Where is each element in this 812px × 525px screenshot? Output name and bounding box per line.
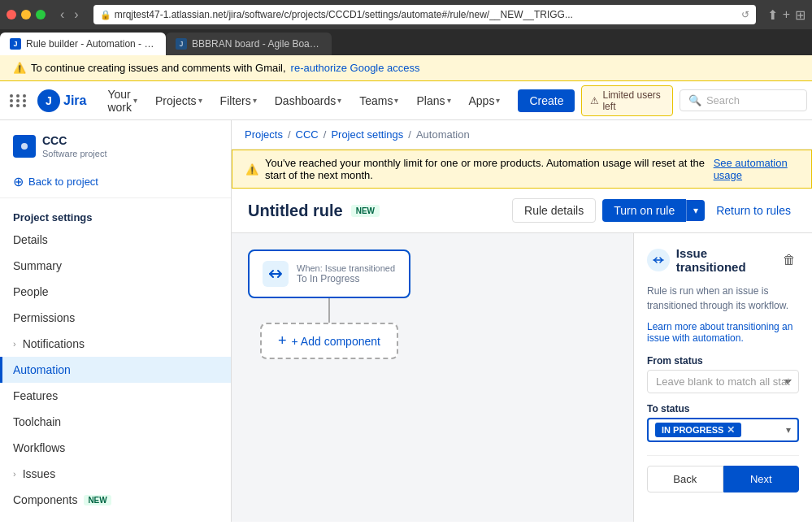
content-area: Projects / CCC / Project settings / Auto…	[232, 120, 812, 522]
nav-teams[interactable]: Teams ▾	[351, 83, 406, 119]
new-tab-icon[interactable]: +	[783, 7, 790, 22]
breadcrumb: Projects / CCC / Project settings / Auto…	[232, 120, 812, 150]
panel-footer: Back Next	[647, 455, 799, 492]
nav-dashboards[interactable]: Dashboards ▾	[267, 83, 350, 119]
remove-status-tag[interactable]: ✕	[727, 424, 735, 436]
add-component-button[interactable]: + + Add component	[260, 323, 398, 359]
chevron-down-icon: ▾	[496, 96, 500, 105]
sidebar-item-summary[interactable]: Summary	[0, 253, 231, 279]
search-box[interactable]: 🔍 Search	[680, 89, 807, 111]
breadcrumb-projects[interactable]: Projects	[245, 128, 283, 141]
breadcrumb-ccc[interactable]: CCC	[296, 128, 319, 141]
forward-nav-button[interactable]: ›	[71, 7, 81, 22]
breadcrumb-project-settings[interactable]: Project settings	[331, 128, 403, 141]
return-to-rules-button[interactable]: Return to rules	[711, 199, 796, 222]
close-btn[interactable]	[7, 10, 16, 20]
sidebar-icon[interactable]: ⊞	[795, 7, 805, 23]
nav-filters[interactable]: Filters ▾	[212, 83, 265, 119]
limit-banner: ⚠️ You've reached your monthly limit for…	[232, 150, 812, 189]
limit-banner-text: You've reached your monthly limit for on…	[265, 157, 707, 181]
plus-circle-icon: ⊕	[13, 174, 24, 189]
nav-projects[interactable]: Projects ▾	[147, 83, 211, 119]
turn-on-rule-button[interactable]: Turn on rule	[602, 199, 686, 222]
dot	[23, 94, 26, 98]
tab-bbbran-label: BBBRAN board - Agile Board - Jira	[192, 38, 322, 50]
rule-title[interactable]: Untitled rule	[248, 202, 343, 220]
panel-learn-more-link[interactable]: Learn more about transitioning an issue …	[647, 321, 799, 344]
breadcrumb-sep3: /	[408, 128, 411, 141]
sidebar-item-workflows[interactable]: Workflows	[0, 435, 231, 461]
sidebar-item-automation[interactable]: Automation	[0, 357, 231, 383]
turn-on-rule-group: Turn on rule ▾	[602, 199, 705, 222]
to-status-group: To status IN PROGRESS ✕ ▾	[647, 403, 799, 442]
to-status-label: To status	[647, 403, 799, 414]
back-to-project-link[interactable]: ⊕ Back to project	[0, 169, 231, 194]
panel-transition-icon	[647, 249, 670, 271]
project-type: Software project	[42, 148, 106, 159]
panel-description: Rule is run when an issue is transitione…	[647, 284, 799, 313]
warning-text: To continue creating issues and comments…	[31, 62, 286, 74]
connector-line	[328, 298, 330, 323]
limited-users-button[interactable]: ⚠ Limited users left	[581, 85, 672, 116]
tab-rule-builder[interactable]: J Rule builder - Automation - CCC - Jira	[0, 33, 166, 55]
tab-bbbran[interactable]: J BBBRAN board - Agile Board - Jira	[166, 33, 332, 55]
sidebar: CCC Software project ⊕ Back to project P…	[0, 120, 232, 522]
trigger-to-status: To In Progress	[297, 273, 396, 284]
rule-title-area: Untitled rule NEW	[248, 202, 380, 220]
from-status-group: From status Leave blank to match all sta…	[647, 355, 799, 403]
to-status-field[interactable]: IN PROGRESS ✕ ▾	[647, 418, 799, 442]
warning-icon: ⚠️	[13, 62, 26, 74]
sidebar-item-apps[interactable]: › Apps	[0, 513, 231, 522]
maximize-btn[interactable]	[36, 10, 46, 20]
breadcrumb-sep2: /	[323, 128, 327, 141]
nav-your-work[interactable]: Your work ▾	[99, 83, 145, 119]
turn-on-dropdown-button[interactable]: ▾	[686, 200, 705, 221]
breadcrumb-automation: Automation	[416, 128, 470, 141]
project-name: CCC	[42, 133, 106, 148]
address-bar[interactable]: 🔒 mrqjtest47-1.atlassian.net/jira/softwa…	[93, 5, 756, 24]
reload-icon[interactable]: ↺	[741, 9, 749, 20]
sidebar-item-notifications[interactable]: › Notifications	[0, 331, 231, 357]
canvas-flow: When: Issue transitioned To In Progress	[248, 249, 410, 359]
gmail-warning-banner: ⚠️ To continue creating issues and comme…	[0, 55, 812, 81]
dot	[16, 94, 20, 98]
dot	[23, 99, 26, 102]
panel-title: Issue transitioned	[676, 246, 779, 274]
reauthorize-link[interactable]: re-authorize Google access	[291, 62, 420, 74]
nav-plans[interactable]: Plans ▾	[408, 83, 458, 119]
chevron-down-icon: ▾	[394, 96, 398, 105]
jira-tab-icon: J	[10, 38, 21, 50]
dot	[10, 99, 13, 102]
rule-editor-canvas: When: Issue transitioned To In Progress	[232, 233, 633, 522]
panel-next-button[interactable]: Next	[723, 466, 800, 492]
sidebar-item-permissions[interactable]: Permissions	[0, 305, 231, 331]
in-progress-tag: IN PROGRESS ✕	[655, 423, 741, 437]
sidebar-item-toolchain[interactable]: Toolchain	[0, 409, 231, 435]
from-status-select[interactable]: Leave blank to match all statuses...	[647, 370, 799, 393]
nav-apps[interactable]: Apps ▾	[461, 83, 509, 119]
share-icon[interactable]: ⬆	[767, 7, 778, 23]
see-automation-usage-link[interactable]: See automation usage	[714, 157, 798, 181]
project-icon	[13, 135, 36, 158]
sidebar-item-details[interactable]: Details	[0, 227, 231, 253]
sidebar-item-issues[interactable]: › Issues	[0, 461, 231, 487]
jira-logo-icon: J	[37, 89, 60, 112]
sidebar-item-features[interactable]: Features	[0, 383, 231, 409]
sidebar-item-people[interactable]: People	[0, 279, 231, 305]
trigger-card[interactable]: When: Issue transitioned To In Progress	[248, 249, 410, 298]
chevron-right-icon: ›	[13, 339, 16, 349]
sidebar-item-components[interactable]: Components NEW	[0, 487, 231, 513]
new-badge: NEW	[84, 495, 111, 505]
app-switcher[interactable]	[10, 94, 28, 107]
minimize-btn[interactable]	[21, 10, 31, 20]
panel-delete-button[interactable]: 🗑	[779, 249, 799, 271]
browser-tabs: J Rule builder - Automation - CCC - Jira…	[0, 29, 812, 55]
chevron-down-icon: ▾	[447, 96, 451, 105]
trigger-info: When: Issue transitioned To In Progress	[297, 263, 396, 284]
create-button[interactable]: Create	[518, 89, 575, 112]
rule-actions: Rule details Turn on rule ▾ Return to ru…	[512, 198, 796, 223]
to-status-chevron-icon[interactable]: ▾	[786, 424, 791, 436]
back-nav-button[interactable]: ‹	[57, 7, 67, 22]
panel-back-button[interactable]: Back	[647, 466, 723, 492]
rule-details-button[interactable]: Rule details	[512, 198, 596, 223]
